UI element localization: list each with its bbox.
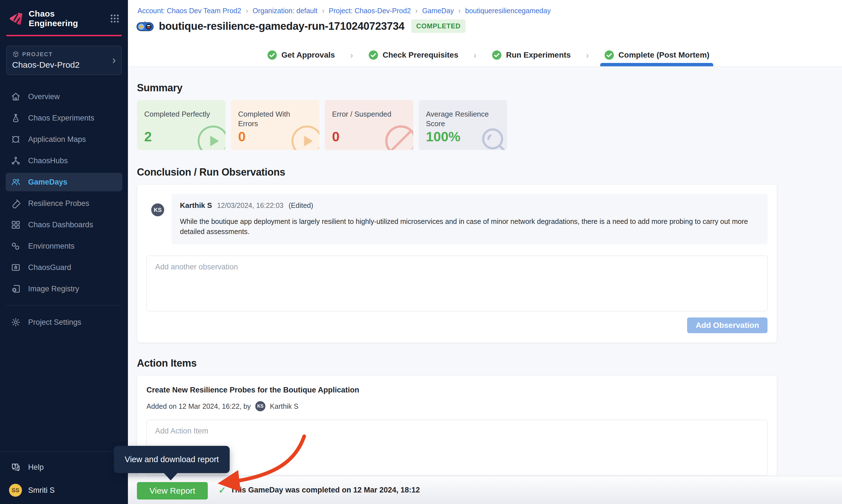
breadcrumb-run[interactable]: boutiqueresiliencegameday bbox=[465, 7, 551, 15]
sidebar-item-help[interactable]: Help bbox=[6, 458, 122, 476]
user-name: Smriti S bbox=[28, 486, 55, 495]
card-average-resilience-score: Average Resilience Score 100% bbox=[419, 100, 507, 150]
action-items-panel: Create New Resilience Probes for the Bou… bbox=[137, 375, 777, 476]
sidebar-item-label: ChaosHubs bbox=[28, 157, 68, 165]
sidebar-item-image-registry[interactable]: Image Registry bbox=[6, 280, 122, 298]
avatar: SS bbox=[9, 484, 22, 497]
play-circle-icon bbox=[196, 124, 226, 150]
comment-author: Karthik S bbox=[180, 201, 212, 210]
main-content: Summary Completed Perfectly 2 Completed … bbox=[128, 67, 842, 476]
step-get-approvals[interactable]: Get Approvals bbox=[265, 44, 337, 66]
shield-lock-icon bbox=[11, 263, 21, 272]
step-run-experiments[interactable]: Run Experiments bbox=[489, 44, 573, 66]
observation-comment: KS Karthik S 12/03/2024, 16:22:03 (Edite… bbox=[146, 194, 768, 245]
sidebar-item-resilience-probes[interactable]: Resilience Probes bbox=[6, 194, 122, 213]
network-icon bbox=[11, 156, 21, 166]
sidebar-item-application-maps[interactable]: Application Maps bbox=[6, 130, 122, 149]
breadcrumb-project[interactable]: Project: Chaos-Dev-Prod2 bbox=[329, 7, 411, 15]
sidebar-item-chaos-dashboards[interactable]: Chaos Dashboards bbox=[6, 215, 122, 234]
breadcrumb-organization[interactable]: Organization: default bbox=[253, 7, 318, 15]
breadcrumb-account[interactable]: Account: Chaos Dev Team Prod2 bbox=[138, 7, 241, 15]
ban-circle-icon bbox=[384, 124, 413, 150]
chevron-sep-icon: › bbox=[586, 50, 589, 60]
observations-panel: KS Karthik S 12/03/2024, 16:22:03 (Edite… bbox=[137, 184, 777, 343]
sidebar-item-chaos-experiments[interactable]: Chaos Experiments bbox=[6, 109, 122, 127]
apps-grid-icon[interactable] bbox=[109, 13, 120, 24]
sidebar-item-label: Image Registry bbox=[28, 285, 79, 293]
sidebar-item-chaoshubs[interactable]: ChaosHubs bbox=[6, 151, 122, 170]
avatar: KS bbox=[151, 203, 164, 216]
action-item-meta: Added on 12 Mar 2024, 16:22, by KS Karth… bbox=[146, 401, 768, 411]
action-item-added-text: Added on 12 Mar 2024, 16:22, by bbox=[146, 402, 251, 411]
home-icon bbox=[11, 92, 21, 102]
status-badge: COMPLETED bbox=[411, 19, 466, 33]
comment-body: While the boutique app deployment is lar… bbox=[180, 217, 759, 237]
play-circle-icon bbox=[290, 124, 319, 150]
test-tube-icon bbox=[11, 198, 21, 209]
card-error-suspended: Error / Suspended 0 bbox=[325, 100, 413, 150]
comment-box: Karthik S 12/03/2024, 16:22:03 (Edited) … bbox=[172, 194, 768, 245]
step-label: Get Approvals bbox=[281, 51, 335, 59]
sidebar-item-label: Resilience Probes bbox=[28, 199, 89, 208]
sidebar-item-label: Project Settings bbox=[28, 318, 81, 327]
product-title: Chaos Engineering bbox=[29, 9, 104, 28]
card-completed-with-errors: Completed With Errors 0 bbox=[231, 100, 319, 150]
sidebar-item-label: Environments bbox=[28, 242, 74, 251]
sidebar-item-overview[interactable]: Overview bbox=[6, 87, 122, 106]
sidebar-item-label: Overview bbox=[28, 92, 60, 101]
flask-icon bbox=[11, 113, 21, 123]
user-menu[interactable]: SS Smriti S bbox=[6, 484, 122, 497]
check-icon: ✓ bbox=[218, 485, 226, 496]
sidebar: Chaos Engineering PROJECT Chaos-Dev-Prod… bbox=[0, 0, 128, 504]
sidebar-item-label: Application Maps bbox=[28, 135, 86, 144]
step-label: Complete (Post Mortem) bbox=[618, 51, 709, 59]
dashboard-icon bbox=[11, 220, 21, 230]
hexagons-icon bbox=[11, 241, 21, 251]
sidebar-item-label: Chaos Experiments bbox=[28, 114, 94, 123]
gear-icon bbox=[11, 317, 21, 327]
chevron-sep-icon: › bbox=[458, 7, 460, 15]
action-item-author: Karthik S bbox=[270, 402, 298, 411]
add-observation-button[interactable]: Add Observation bbox=[687, 318, 768, 333]
target-icon bbox=[11, 134, 21, 144]
check-circle-icon bbox=[492, 50, 502, 60]
action-item-input[interactable] bbox=[146, 420, 768, 475]
check-circle-icon bbox=[604, 50, 614, 60]
comment-timestamp: 12/03/2024, 16:22:03 bbox=[217, 201, 283, 210]
sidebar-item-gamedays[interactable]: GameDays bbox=[6, 173, 122, 191]
step-complete-post-mortem[interactable]: Complete (Post Mortem) bbox=[602, 44, 712, 66]
sidebar-item-project-settings[interactable]: Project Settings bbox=[6, 313, 122, 331]
breadcrumb-gameday[interactable]: GameDay bbox=[422, 7, 454, 15]
observations-heading: Conclusion / Run Observations bbox=[137, 166, 777, 178]
sidebar-item-environments[interactable]: Environments bbox=[6, 237, 122, 255]
harness-logo-icon[interactable] bbox=[8, 11, 23, 26]
divider bbox=[6, 305, 122, 306]
chevron-right-icon: › bbox=[112, 55, 116, 66]
action-items-heading: Action Items bbox=[137, 357, 777, 369]
summary-heading: Summary bbox=[137, 82, 777, 94]
stage-stepper: Get Approvals › Check Prerequisites › Ru… bbox=[265, 44, 712, 66]
step-check-prerequisites[interactable]: Check Prerequisites bbox=[366, 44, 460, 66]
project-selector[interactable]: PROJECT Chaos-Dev-Prod2 › bbox=[6, 46, 122, 75]
summary-cards: Completed Perfectly 2 Completed With Err… bbox=[137, 100, 777, 150]
project-name: Chaos-Dev-Prod2 bbox=[12, 60, 112, 70]
sidebar-item-label: ChaosGuard bbox=[28, 263, 71, 272]
card-completed-perfectly: Completed Perfectly 2 bbox=[137, 100, 226, 150]
sidebar-item-chaosguard[interactable]: ChaosGuard bbox=[6, 258, 122, 277]
chevron-sep-icon: › bbox=[473, 50, 476, 60]
sidebar-item-label: GameDays bbox=[28, 178, 68, 186]
chat-help-icon bbox=[11, 462, 21, 472]
breadcrumb: Account: Chaos Dev Team Prod2 › Organiza… bbox=[128, 0, 842, 15]
card-value: 100% bbox=[426, 129, 460, 144]
footer-bar: View Report ✓ This GameDay was completed… bbox=[128, 476, 842, 504]
action-item-title: Create New Resilience Probes for the Bou… bbox=[146, 386, 768, 394]
comment-edited-flag: (Edited) bbox=[288, 201, 313, 210]
chevron-sep-icon: › bbox=[322, 7, 324, 15]
avatar: KS bbox=[255, 401, 265, 411]
view-report-tooltip: View and download report bbox=[114, 446, 230, 473]
people-icon bbox=[11, 177, 21, 187]
step-label: Check Prerequisites bbox=[383, 51, 458, 59]
observation-input[interactable] bbox=[146, 256, 768, 311]
card-label: Error / Suspended bbox=[332, 110, 398, 119]
view-report-button[interactable]: View Report bbox=[137, 482, 208, 500]
